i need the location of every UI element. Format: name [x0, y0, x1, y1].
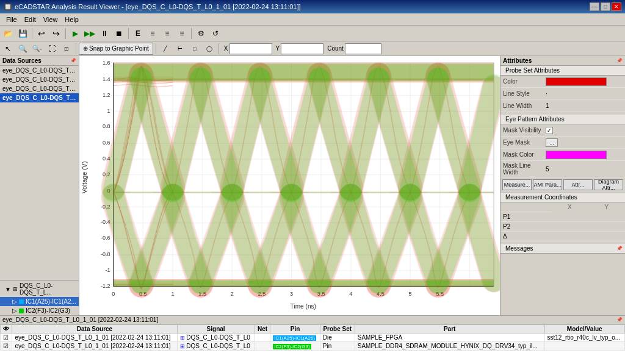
y-input[interactable]	[281, 43, 323, 54]
mask-line-width-value: 5	[546, 166, 623, 173]
toolbar1: 📂 💾 ↩ ↪ ▶ ▶▶ ⏸ ⏹ E ≡ ≡ ≡ ⚙ ↺	[0, 26, 625, 41]
col-net: Net	[255, 325, 270, 334]
ds-item-3[interactable]: eye_DQS_C_L0-DQS_T_L...	[0, 93, 79, 102]
attributes-header: Attributes 📌	[500, 56, 625, 66]
mask-color-label: Mask Color	[503, 151, 546, 158]
main-layout: Data Sources 📌 eye_DQS_C_L0-DQS_T_L... e…	[0, 56, 625, 315]
menu-view[interactable]: View	[40, 15, 62, 24]
tb2-zoom-box[interactable]: ⊡	[60, 42, 73, 55]
ic2-color-dot	[19, 309, 24, 313]
chart-area[interactable]: 1.6 1.4 1.2 1 0.8 0.6 0.4 0.2 0 -0.2 -0.…	[79, 56, 500, 315]
row1-pintype: Die	[320, 334, 355, 342]
tree-child-ic2-label: IC2(F3)-IC2(G3)	[26, 307, 70, 314]
eye-mask-button[interactable]: ...	[546, 138, 558, 147]
ds-item-0[interactable]: eye_DQS_C_L0-DQS_T_L...	[0, 66, 79, 75]
p2-label: P2	[500, 221, 551, 231]
tb-refresh[interactable]: ↺	[209, 27, 222, 40]
ds-item-1[interactable]: eye_DQS_C_L0-DQS_T_L...	[0, 75, 79, 84]
tb-pause[interactable]: ⏸	[98, 27, 111, 40]
svg-point-69	[308, 140, 330, 245]
tb2-cursor[interactable]: ↖	[1, 42, 15, 55]
x-label: X	[224, 45, 228, 52]
tb-list3[interactable]: ≡	[175, 27, 189, 40]
mask-visibility-checkbox[interactable]: ✓	[546, 127, 553, 134]
y-label: Y	[276, 45, 280, 52]
tb-redo[interactable]: ↪	[49, 27, 63, 40]
eye-mask-label: Eye Mask	[503, 139, 546, 146]
tb-save[interactable]: 💾	[16, 27, 29, 40]
tb-e[interactable]: E	[131, 27, 145, 40]
tb-undo[interactable]: ↩	[35, 27, 48, 40]
color-box[interactable]	[546, 77, 607, 86]
maximize-button[interactable]: □	[601, 2, 610, 11]
tb-list2[interactable]: ≡	[161, 27, 174, 40]
line-width-row: Line Width 1	[500, 100, 625, 112]
coord-y-header: Y	[588, 202, 625, 212]
ami-para-button[interactable]: AMI Para...	[533, 179, 562, 190]
chart-svg: 1.6 1.4 1.2 1 0.8 0.6 0.4 0.2 0 -0.2 -0.…	[79, 56, 500, 315]
mask-line-width-label: Mask Line Width	[503, 162, 546, 176]
menu-help[interactable]: Help	[61, 15, 82, 24]
col-part: Part	[355, 325, 544, 334]
tb2-rect[interactable]: □	[188, 42, 201, 55]
row2-pin: IC2(F3)-IC2(G3)	[270, 342, 320, 351]
tb2-measure[interactable]: ⊢	[173, 42, 187, 55]
x-input[interactable]	[229, 43, 272, 54]
tree-child-ic2[interactable]: ▷ IC2(F3)-IC2(G3)	[0, 306, 79, 315]
row2-visible: ☑	[1, 342, 12, 351]
svg-point-70	[367, 140, 389, 245]
measure-button[interactable]: Measure...	[502, 179, 532, 190]
tree-root-label: DQS_C_L0-DQS_T_L...	[20, 282, 76, 296]
snap-icon: ⊕	[83, 45, 88, 52]
tb2-zoom-fit[interactable]: ⛶	[45, 42, 59, 55]
svg-text:4: 4	[349, 290, 352, 296]
mask-color-box[interactable]	[546, 151, 607, 159]
tree-root[interactable]: ▼ ⊞ DQS_C_L0-DQS_T_L...	[0, 281, 79, 297]
color-row: Color	[500, 76, 625, 88]
messages-pin: 📌	[616, 246, 623, 251]
close-button[interactable]: ✕	[612, 2, 621, 11]
tb2-zoom-out[interactable]: 🔍-	[31, 42, 44, 55]
bottom-table-wrap[interactable]: 👁 Data Source Signal Net Pin Probe Set P…	[0, 324, 625, 364]
tb-list[interactable]: ≡	[146, 27, 159, 40]
tb2-circle[interactable]: ◯	[203, 42, 216, 55]
tb-stop[interactable]: ⏹	[112, 27, 126, 40]
bottom-pin: 📌	[616, 317, 623, 323]
color-label: Color	[503, 78, 546, 85]
title-bar-text: eCADSTAR Analysis Result Viewer - [eye_D…	[15, 3, 301, 10]
messages-label: Messages	[505, 245, 533, 252]
tb2-line[interactable]: ╱	[159, 42, 172, 55]
tb-play[interactable]: ▶	[68, 27, 82, 40]
table-row[interactable]: ☑ eye_DQS_C_L0-DQS_T_L0_1_01 [2022-02-24…	[1, 334, 625, 342]
p1-label: P1	[500, 212, 551, 221]
tb2-zoom-in[interactable]: 🔍	[16, 42, 29, 55]
title-bar-left: 🔲 eCADSTAR Analysis Result Viewer - [eye…	[4, 3, 301, 11]
probe-set-header: Probe Set Attributes	[500, 66, 625, 76]
minimize-button[interactable]: —	[590, 2, 599, 11]
col-signal: Signal	[177, 325, 255, 334]
svg-text:1: 1	[171, 290, 174, 296]
tb-play-fast[interactable]: ▶▶	[83, 27, 96, 40]
coord-delta-row: Δ	[500, 231, 625, 241]
snap-label: Snap to Graphic Point	[89, 45, 149, 52]
svg-point-67	[189, 140, 211, 245]
p2-x	[551, 221, 588, 231]
tb-new[interactable]: 📂	[1, 27, 15, 40]
diagram-attr-button[interactable]: Diagram Attr...	[594, 179, 623, 190]
count-label: Count	[327, 45, 344, 52]
tree-child-ic1[interactable]: ▷ IC1(A25)-IC1(A2...	[0, 297, 79, 306]
menu-file[interactable]: File	[2, 15, 21, 24]
menu-edit[interactable]: Edit	[21, 15, 40, 24]
svg-point-66	[130, 140, 152, 245]
line-width-value: 1	[546, 102, 623, 109]
ds-item-2[interactable]: eye_DQS_C_L0-DQS_T_L...	[0, 84, 79, 93]
count-input[interactable]	[345, 43, 381, 54]
attr-button[interactable]: Attr...	[563, 179, 593, 190]
snap-button[interactable]: ⊕ Snap to Graphic Point	[79, 43, 153, 55]
row1-probeset: SAMPLE_FPGA	[355, 334, 544, 342]
svg-point-71	[427, 140, 449, 245]
tb-settings[interactable]: ⚙	[194, 27, 208, 40]
coord-p2-row: P2	[500, 221, 625, 231]
table-row[interactable]: ☑ eye_DQS_C_L0-DQS_T_L0_1_01 [2022-02-24…	[1, 342, 625, 351]
row2-net	[255, 342, 270, 351]
